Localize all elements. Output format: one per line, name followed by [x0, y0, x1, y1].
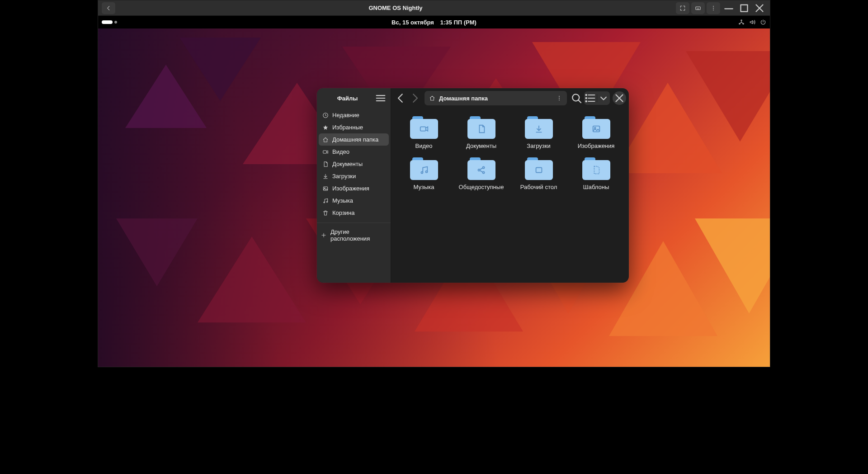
folder-label: Общедоступные [459, 184, 504, 190]
window-minimize-button[interactable] [722, 2, 736, 14]
nav-forward-button[interactable] [408, 91, 422, 105]
folder-label: Шаблоны [583, 184, 609, 190]
home-icon [322, 137, 329, 143]
folder-icon [525, 116, 553, 139]
sidebar-item-label: Загрузки [332, 173, 356, 180]
sidebar-item-video[interactable]: Видео [319, 146, 389, 158]
boxes-back-button[interactable] [102, 2, 115, 14]
activities-pill-icon [102, 20, 113, 24]
sidebar-item-clock[interactable]: Недавние [319, 109, 389, 121]
system-tray[interactable] [738, 19, 766, 25]
pathbar[interactable]: Домашняя папка [425, 91, 567, 105]
window-maximize-button[interactable] [737, 2, 751, 14]
search-button[interactable] [570, 91, 583, 105]
folder-icon [582, 116, 610, 139]
sidebar-item-label: Избранные [332, 124, 363, 131]
desktop: Файлы Недавние Избранные Домашняя папка … [98, 28, 770, 367]
boxes-title: GNOME OS Nightly [368, 5, 422, 11]
pathbar-menu-button[interactable] [553, 92, 565, 104]
folder-icon [410, 116, 438, 139]
folder-video[interactable]: Видео [399, 116, 448, 149]
folder-template[interactable]: Шаблоны [571, 157, 621, 190]
sidebar-item-doc[interactable]: Документы [319, 158, 389, 170]
files-content: Домашняя папка Видео [391, 88, 629, 283]
clock-area[interactable]: Вс, 15 октября 1:35 ПП (PM) [392, 19, 476, 26]
sidebar-item-label: Недавние [332, 112, 359, 118]
activities-button[interactable] [102, 20, 117, 24]
sidebar-item-star[interactable]: Избранные [319, 121, 389, 133]
folder-download[interactable]: Загрузки [514, 116, 563, 149]
keyboard-button[interactable] [691, 2, 705, 14]
doc-icon [322, 161, 329, 167]
folder-label: Рабочий стол [520, 184, 557, 190]
files-sidebar-title: Файлы [321, 95, 374, 102]
sidebar-item-label: Другие расположения [330, 228, 387, 242]
sidebar-item-label: Музыка [332, 197, 353, 204]
download-icon [322, 173, 329, 180]
plus-icon [321, 232, 327, 238]
sidebar-item-label: Домашняя папка [332, 136, 378, 143]
clock-icon [322, 112, 329, 118]
view-options-caret-icon [597, 91, 610, 105]
window-close-button[interactable] [753, 2, 766, 14]
files-toolbar: Домашняя папка [391, 88, 629, 108]
sidebar-item-trash[interactable]: Корзина [319, 207, 389, 219]
folder-icon [467, 157, 495, 180]
files-hamburger-button[interactable] [374, 92, 387, 104]
folder-image[interactable]: Изображения [571, 116, 621, 149]
sidebar-item-label: Видео [332, 148, 349, 155]
folder-label: Изображения [578, 142, 615, 149]
sidebar-item-image[interactable]: Изображения [319, 182, 389, 194]
top-bar-date: Вс, 15 октября [392, 19, 434, 26]
view-mode-combo[interactable] [584, 91, 610, 105]
folder-icon [582, 157, 610, 180]
home-icon [429, 95, 435, 101]
network-icon [738, 19, 745, 25]
sidebar-item-label: Документы [332, 161, 363, 167]
boxes-menu-button[interactable] [707, 2, 720, 14]
sidebar-item-download[interactable]: Загрузки [319, 170, 389, 182]
sidebar-item-label: Изображения [332, 185, 369, 192]
folder-label: Музыка [414, 184, 434, 190]
volume-icon [749, 19, 755, 25]
top-bar-time: 1:35 ПП (PM) [440, 19, 476, 26]
files-icon-grid: Видео Документы Загрузки Изображения Муз… [391, 108, 629, 199]
files-close-button[interactable] [613, 91, 626, 105]
sidebar-item-label: Корзина [332, 209, 355, 216]
files-sidebar: Файлы Недавние Избранные Домашняя папка … [317, 88, 391, 283]
gnome-top-bar: Вс, 15 октября 1:35 ПП (PM) [98, 16, 770, 28]
folder-desk[interactable]: Рабочий стол [514, 157, 563, 190]
power-icon [760, 19, 766, 25]
fullscreen-button[interactable] [676, 2, 689, 14]
folder-icon [525, 157, 553, 180]
folder-label: Документы [466, 142, 496, 149]
boxes-header: GNOME OS Nightly [98, 0, 770, 16]
folder-music[interactable]: Музыка [399, 157, 448, 190]
folder-label: Видео [415, 142, 433, 149]
music-icon [322, 198, 329, 204]
sidebar-item-music[interactable]: Музыка [319, 194, 389, 207]
folder-label: Загрузки [527, 142, 550, 149]
image-icon [322, 185, 329, 192]
sidebar-other-locations[interactable]: Другие расположения [317, 226, 391, 245]
trash-icon [322, 210, 329, 216]
video-icon [322, 149, 329, 155]
files-window: Файлы Недавние Избранные Домашняя папка … [317, 88, 629, 283]
view-list-icon [584, 91, 597, 105]
folder-doc[interactable]: Документы [457, 116, 506, 149]
folder-icon [410, 157, 438, 180]
folder-share[interactable]: Общедоступные [457, 157, 506, 190]
pathbar-label: Домашняя папка [439, 95, 488, 102]
sidebar-item-home[interactable]: Домашняя папка [319, 133, 389, 146]
workspace-dot-icon [114, 21, 117, 24]
folder-icon [467, 116, 495, 139]
star-icon [322, 124, 329, 131]
nav-back-button[interactable] [394, 91, 407, 105]
